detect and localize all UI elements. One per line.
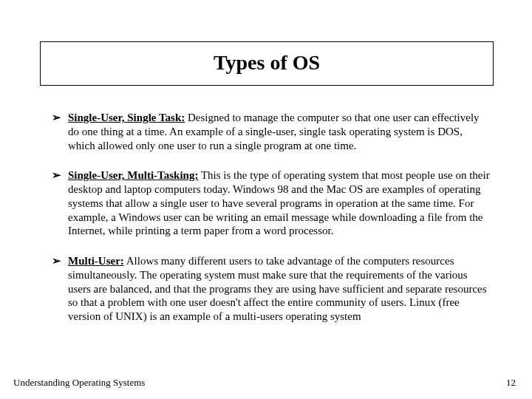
item-text: Single-User, Single Task: Designed to ma… <box>68 111 492 152</box>
list-item: ➢ Multi-User: Allows many different user… <box>52 254 492 324</box>
list-item: ➢ Single-User, Multi-Tasking: This is th… <box>52 168 492 238</box>
slide-title: Types of OS <box>214 51 320 74</box>
page-number: 12 <box>506 377 516 389</box>
item-text: Single-User, Multi-Tasking: This is the … <box>68 168 492 238</box>
item-term: Single-User, Multi-Tasking: <box>68 169 198 181</box>
item-text: Multi-User: Allows many different users … <box>68 254 492 324</box>
body-content: ➢ Single-User, Single Task: Designed to … <box>52 111 492 340</box>
item-term: Multi-User: <box>68 255 124 267</box>
footer-left: Understanding Operating Systems <box>13 377 145 389</box>
bullet-icon: ➢ <box>52 168 68 183</box>
bullet-icon: ➢ <box>52 111 68 125</box>
bullet-icon: ➢ <box>52 254 68 268</box>
item-term: Single-User, Single Task: <box>68 112 185 123</box>
title-box: Types of OS <box>40 41 494 86</box>
item-desc: Allows many different users to take adva… <box>68 255 487 322</box>
list-item: ➢ Single-User, Single Task: Designed to … <box>52 111 492 152</box>
